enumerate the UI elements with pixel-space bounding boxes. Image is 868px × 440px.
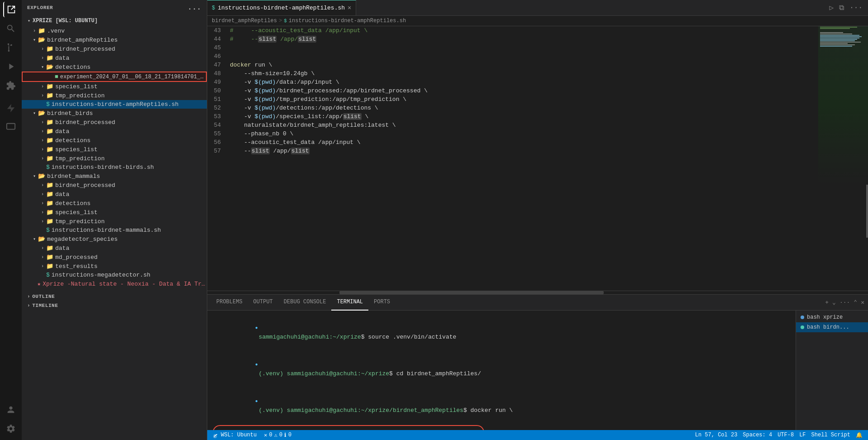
eol-status[interactable]: LF [797,432,807,438]
tree-item-mega-data[interactable]: › 📁 data [22,244,207,253]
tab-output[interactable]: OUTPUT [248,295,278,311]
outline-section[interactable]: › OUTLINE [22,292,207,301]
code-editor[interactable]: 43 44 45 46 47 48 49 50 51 52 53 54 55 5… [207,26,818,291]
timeline-arrow: › [27,303,30,308]
tree-item-birds-processed[interactable]: › 📁 birdnet_processed [22,118,207,127]
tree-item-birdnet-mammals[interactable]: ▾ 📂 birdnet_mammals [22,172,207,181]
cursor-position[interactable]: Ln 57, Col 23 [693,432,739,438]
tree-item-instructions-amph[interactable]: › $ instructions-birdnet-amphReptiles.sh [22,100,207,109]
tree-label: Xprize -Natural state - Neoxia - Data & … [43,281,207,287]
terminal-content[interactable]: ● sammigachuhi@gachuhi:~/xprize$ source … [207,311,796,430]
sidebar-menu[interactable]: ... [188,4,201,12]
run-button[interactable]: ▷ [828,1,836,14]
explorer-icon[interactable] [3,2,19,17]
collapse-arrow: ▾ [25,18,33,24]
tree-label: data [55,245,69,252]
more-actions-button[interactable]: ··· [848,2,864,14]
encoding-status[interactable]: UTF-8 [776,432,796,438]
tree-item-instructions-birds[interactable]: › $ instructions-birdnet-birds.sh [22,163,207,172]
code-view: 43 44 45 46 47 48 49 50 51 52 53 54 55 5… [207,26,868,291]
info-icon: ℹ [284,432,286,439]
wsl-status[interactable]: WSL: Ubuntu [211,432,258,438]
terminal-session-xprize[interactable]: bash xprize [796,312,868,322]
tree-item-mammals-species[interactable]: › 📁 species_list [22,208,207,217]
code-line-57: --slist /app/slist [230,147,818,155]
tree-item-birdnet-processed[interactable]: › 📁 birdnet_processed [22,44,207,53]
tab-close-button[interactable]: × [348,5,351,12]
code-line-45 [230,43,818,52]
collapse-arrow: › [39,183,46,188]
accounts-icon[interactable] [3,402,19,417]
tree-item-experiment-file[interactable]: › ■ experiment_2024_07_01__06_18_21_1719… [22,72,207,82]
breadcrumb-file-icon: $ [284,18,287,24]
tree-item-birds-detections[interactable]: › 📁 detections [22,136,207,145]
tab-terminal[interactable]: TERMINAL [331,295,368,311]
terminal-user-3: (.venv) sammigachuhi@gachuhi [255,407,358,414]
tab-bar: $ instructions-birdnet-amphReptiles.sh ×… [207,0,868,16]
tree-item-instructions-mammals[interactable]: › $ instructions-birdnet-mammals.sh [22,226,207,234]
tree-item-mammals-processed[interactable]: › 📁 birdnet_processed [22,181,207,190]
tree-item-venv[interactable]: › 📁 .venv [22,26,207,35]
tree-item-test-results[interactable]: › 📁 test_results [22,262,207,271]
panel-split-button[interactable]: ··· [839,299,850,306]
debug-console-label: DEBUG CONSOLE [284,299,326,305]
tree-label: instructions-birdnet-mammals.sh [52,227,161,234]
tree-item-mammals-detections[interactable]: › 📁 detections [22,199,207,208]
extensions-icon[interactable] [3,78,19,93]
tree-item-species-list[interactable]: › 📁 species_list [22,82,207,91]
tree-item-birds-species[interactable]: › 📁 species_list [22,145,207,154]
workspace-root[interactable]: ▾ XPRIZE [WSL: UBUNTU] [22,15,207,26]
prompt-dot: ● [255,325,258,330]
tree-label: experiment_2024_07_01__06_18_21_17198147… [60,74,206,80]
search-icon[interactable] [3,21,19,36]
panel-maximize-button[interactable]: ⌃ [854,299,857,306]
collapse-arrow: › [39,264,46,269]
terminal-session-birdnet[interactable]: bash birdn... [796,322,868,332]
tree-item-instructions-mega[interactable]: › $ instructions-megadetector.sh [22,271,207,279]
breadcrumb-file[interactable]: instructions-birdnet-amphReptiles.sh [289,18,406,24]
notifications-bell[interactable]: 🔔 [854,432,864,439]
code-line-49: -v $(pwd)/data:/app/input \ [230,78,818,86]
collapse-arrow: ▾ [39,64,46,70]
panel-close-button[interactable]: ✕ [861,299,864,306]
tree-item-detections[interactable]: ▾ 📂 detections [22,62,207,72]
split-editor-button[interactable]: ⧉ [837,2,846,14]
source-control-icon[interactable] [3,40,19,55]
docker-icon[interactable] [3,100,19,116]
tree-item-birds-data[interactable]: › 📁 data [22,127,207,136]
tree-item-birdnet-birds[interactable]: ▾ 📂 birdnet_birds [22,109,207,118]
language-status[interactable]: Shell Script [810,432,852,438]
settings-icon[interactable] [3,421,19,436]
tree-item-data[interactable]: › 📁 data [22,53,207,62]
timeline-section[interactable]: › TIMELINE [22,301,207,310]
session-indicator [801,325,804,329]
panel-more-button[interactable]: ⌄ [832,299,836,306]
tab-ports[interactable]: PORTS [368,295,396,311]
new-terminal-button[interactable]: + [825,299,829,306]
tree-item-birdnet-amphreptiles[interactable]: ▾ 📂 birdnet_amphReptiles [22,35,207,44]
tree-item-pdf[interactable]: › ★ Xprize -Natural state - Neoxia - Dat… [22,279,207,288]
tree-item-birds-tmp[interactable]: › 📁 tmp_prediction [22,154,207,163]
breadcrumb-folder[interactable]: birdnet_amphReptiles [212,18,277,24]
spaces-label: Spaces: 4 [743,432,772,438]
run-debug-icon[interactable] [3,59,19,74]
tree-label: species_list [55,146,98,153]
tree-label: detections [55,200,91,207]
errors-status[interactable]: ✕ 0 ⚠ 0 ℹ 0 [262,432,293,439]
terminal-path-2: :~/xprize [358,370,389,377]
spaces-status[interactable]: Spaces: 4 [741,432,774,438]
tree-item-tmp-prediction[interactable]: › 📁 tmp_prediction [22,91,207,100]
tab-file-icon: $ [212,5,215,11]
tree-item-mammals-tmp[interactable]: › 📁 tmp_prediction [22,217,207,226]
breadcrumb: birdnet_amphReptiles > $ instructions-bi… [207,16,868,26]
timeline-label: TIMELINE [32,303,58,308]
tab-debug-console[interactable]: DEBUG CONSOLE [278,295,332,311]
tree-item-megadetector[interactable]: ▾ 📂 megadetector_species [22,234,207,244]
tree-item-mammals-data[interactable]: › 📁 data [22,190,207,199]
remote-explorer-icon[interactable] [3,120,19,135]
editor-tab-active[interactable]: $ instructions-birdnet-amphReptiles.sh × [207,0,356,15]
tree-label: test_results [55,263,98,270]
tree-item-md-processed[interactable]: › 📁 md_processed [22,253,207,262]
editor-horizontal-scrollbar[interactable] [207,291,868,294]
tab-problems[interactable]: PROBLEMS [211,295,248,311]
